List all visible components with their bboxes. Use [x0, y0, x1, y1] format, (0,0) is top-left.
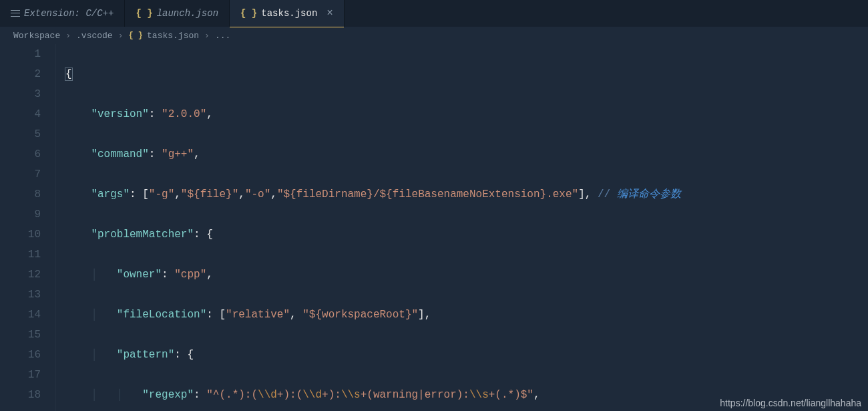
line-number: 5 — [0, 124, 41, 144]
json-icon: { } — [128, 31, 143, 40]
code-line: "problemMatcher": { — [65, 225, 868, 245]
line-number: 10 — [0, 225, 41, 245]
code-line: │ "pattern": { — [65, 345, 868, 365]
breadcrumb[interactable]: Workspace › .vscode › { } tasks.json › .… — [0, 27, 868, 44]
breadcrumb-workspace: Workspace — [13, 31, 60, 41]
line-number: 15 — [0, 325, 41, 345]
json-icon: { } — [240, 8, 257, 19]
line-number: 11 — [0, 245, 41, 265]
menu-icon — [11, 9, 20, 18]
line-number: 7 — [0, 164, 41, 184]
tab-tasks-json[interactable]: { } tasks.json × — [230, 0, 345, 27]
tab-label: tasks.json — [261, 8, 317, 19]
watermark-text: https://blog.csdn.net/liangllhahaha — [720, 398, 861, 408]
tab-launch-json[interactable]: { } launch.json — [125, 0, 230, 27]
line-number: 17 — [0, 365, 41, 385]
line-number: 8 — [0, 184, 41, 204]
tab-extension-ccpp[interactable]: Extension: C/C++ — [0, 0, 125, 27]
line-number: 13 — [0, 285, 41, 305]
breadcrumb-tail: ... — [215, 31, 230, 41]
line-number-gutter: 1 2 3 4 5 6 7 8 9 10 11 12 13 14 15 16 1… — [0, 44, 56, 411]
breadcrumb-folder: .vscode — [76, 31, 113, 41]
line-number: 14 — [0, 305, 41, 325]
chevron-right-icon: › — [65, 31, 71, 41]
line-number: 16 — [0, 345, 41, 365]
line-number: 4 — [0, 104, 41, 124]
line-number: 6 — [0, 144, 41, 164]
code-editor[interactable]: 1 2 3 4 5 6 7 8 9 10 11 12 13 14 15 16 1… — [0, 44, 868, 411]
tab-label: launch.json — [157, 8, 218, 19]
code-content[interactable]: { "version": "2.0.0", "command": "g++", … — [56, 44, 868, 411]
editor-tabs: Extension: C/C++ { } launch.json { } tas… — [0, 0, 868, 27]
tab-label: Extension: C/C++ — [24, 8, 114, 19]
code-line: │ "owner": "cpp", — [65, 265, 868, 285]
breadcrumb-file: tasks.json — [147, 31, 199, 41]
line-number: 3 — [0, 84, 41, 104]
code-line: "command": "g++", — [65, 144, 868, 164]
chevron-right-icon: › — [118, 31, 124, 41]
line-number: 12 — [0, 265, 41, 285]
code-line: "args": ["-g","${file}","-o","${fileDirn… — [65, 184, 868, 204]
code-line: { — [65, 64, 868, 84]
code-line: │ "fileLocation": ["relative", "${worksp… — [65, 305, 868, 325]
line-number: 1 — [0, 44, 41, 64]
close-icon[interactable]: × — [327, 7, 333, 19]
line-number: 2 — [0, 64, 41, 84]
chevron-right-icon: › — [204, 31, 210, 41]
line-number: 9 — [0, 204, 41, 225]
json-icon: { } — [136, 8, 152, 19]
code-line: "version": "2.0.0", — [65, 104, 868, 124]
line-number: 18 — [0, 385, 41, 405]
